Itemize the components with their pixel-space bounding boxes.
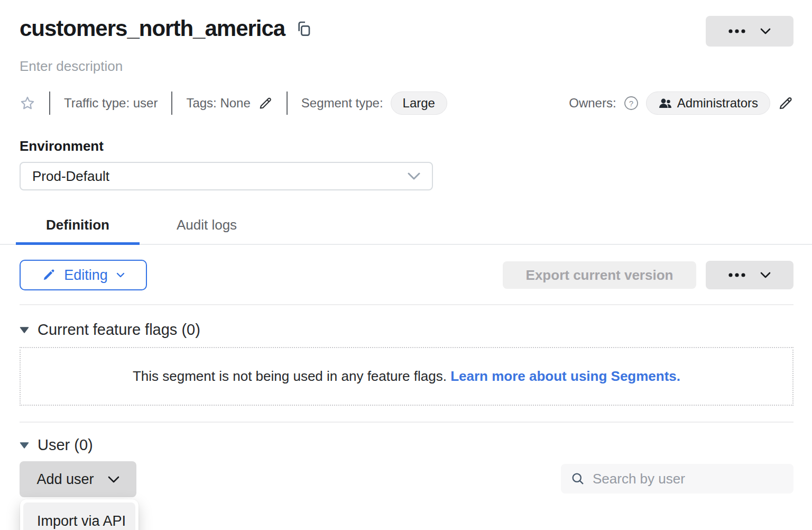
chevron-down-icon: [760, 28, 771, 34]
help-icon[interactable]: ?: [624, 96, 639, 111]
environment-select[interactable]: Prod-Default: [20, 162, 433, 190]
copy-icon[interactable]: [296, 20, 312, 38]
divider: [20, 304, 793, 305]
owners-group: Owners: ? Administrators: [569, 92, 793, 115]
divider: [171, 92, 172, 115]
owners-badge[interactable]: Administrators: [646, 92, 770, 115]
meta-row: Traffic type: user Tags: None Segment ty…: [0, 92, 812, 115]
definition-more-menu-button[interactable]: [706, 261, 793, 289]
definition-toolbar: Editing Export current version: [20, 260, 793, 290]
environment-label: Environment: [20, 138, 812, 154]
learn-more-link[interactable]: Learn more about using Segments.: [450, 368, 680, 384]
divider: [20, 422, 793, 423]
environment-selected-value: Prod-Default: [32, 168, 109, 185]
star-icon[interactable]: [20, 95, 35, 111]
divider: [49, 92, 50, 115]
user-section-header[interactable]: User (0): [20, 436, 793, 454]
add-user-dropdown-button[interactable]: Add user: [20, 461, 136, 497]
feature-flags-section-header[interactable]: Current feature flags (0): [20, 321, 793, 339]
empty-state-text: This segment is not being used in any fe…: [133, 368, 447, 384]
title-wrap: customers_north_america: [20, 16, 312, 41]
search-icon: [570, 471, 585, 486]
tab-bar: Definition Audit logs: [0, 211, 812, 245]
owners-label: Owners:: [569, 96, 616, 111]
editing-label: Editing: [64, 267, 108, 284]
ellipsis-icon: [728, 273, 745, 277]
segment-type-item: Segment type: Large: [301, 92, 447, 115]
user-search-box: [561, 464, 793, 494]
toolbar-right: Export current version: [503, 261, 793, 289]
edit-tags-pencil-icon[interactable]: [258, 96, 273, 111]
user-row: Add user Import via API: [20, 461, 793, 497]
pencil-icon: [42, 268, 56, 282]
segment-type-label: Segment type:: [301, 96, 383, 111]
svg-text:?: ?: [629, 99, 633, 108]
page-title: customers_north_america: [20, 16, 285, 41]
divider: [287, 92, 288, 115]
ellipsis-icon: [728, 29, 745, 33]
tab-definition[interactable]: Definition: [16, 211, 140, 244]
feature-flags-heading: Current feature flags (0): [38, 321, 200, 339]
caret-down-icon: [20, 442, 29, 449]
chevron-down-icon: [760, 272, 771, 278]
chevron-down-icon: [116, 272, 125, 278]
segment-type-badge: Large: [391, 92, 447, 115]
caret-down-icon: [20, 327, 29, 333]
export-current-version-button[interactable]: Export current version: [503, 261, 696, 289]
tab-audit-logs[interactable]: Audit logs: [145, 211, 269, 244]
traffic-type-label: Traffic type: user: [64, 96, 158, 111]
feature-flags-empty-state: This segment is not being used in any fe…: [20, 347, 793, 406]
description-field[interactable]: Enter description: [0, 58, 812, 75]
menu-item-import-via-api[interactable]: Import via API: [23, 502, 135, 530]
user-search-input[interactable]: [593, 471, 784, 487]
header: customers_north_america: [0, 0, 812, 47]
add-user-wrap: Add user Import via API: [20, 461, 136, 497]
chevron-down-icon: [408, 172, 420, 180]
edit-owners-pencil-icon[interactable]: [778, 95, 793, 111]
tags-label: Tags: None: [186, 96, 250, 111]
editing-dropdown-button[interactable]: Editing: [20, 260, 147, 290]
owners-value: Administrators: [677, 96, 758, 111]
user-heading: User (0): [38, 436, 93, 454]
chevron-down-icon: [108, 476, 119, 483]
tags-item: Tags: None: [186, 96, 272, 111]
header-more-menu-button[interactable]: [706, 16, 793, 47]
group-icon: [658, 97, 672, 109]
segment-detail-page: customers_north_america Enter descriptio…: [0, 0, 812, 530]
add-user-dropdown-menu: Import via API: [20, 499, 139, 530]
add-user-label: Add user: [36, 471, 94, 488]
